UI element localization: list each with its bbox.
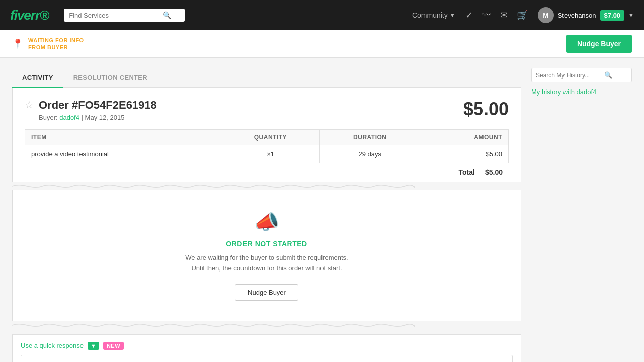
history-search-icon: 🔍	[604, 71, 612, 79]
search-box[interactable]: 🔍	[64, 9, 185, 22]
order-title-row: ☆ Order #FO54F2E61918 Buyer: dadof4 | Ma…	[25, 99, 157, 121]
wavy-divider-top	[12, 182, 521, 190]
community-dropdown-arrow: ▼	[450, 12, 455, 18]
avatar: M	[538, 7, 554, 23]
item-name: provide a video testimonial	[25, 145, 221, 163]
megaphone-icon: 📣	[25, 210, 509, 234]
message-input[interactable]	[21, 355, 513, 362]
quick-response-dropdown[interactable]: ▼	[88, 342, 99, 350]
status-desc-line1: We are waiting for the buyer to submit t…	[185, 254, 348, 261]
order-info: Order #FO54F2E61918 Buyer: dadof4 | May …	[39, 99, 157, 121]
logo-text: fiverr	[10, 8, 40, 23]
status-left: 📍 WAITING FOR INFO FROM BUYER	[12, 37, 84, 51]
navbar-icons: ✓ 〰 ✉ 🛒	[465, 10, 528, 21]
col-duration: DURATION	[320, 130, 420, 145]
order-buyer: Buyer: dadof4 | May 12, 2015	[39, 114, 157, 121]
col-item: ITEM	[25, 130, 221, 145]
nudge-buyer-button-center[interactable]: Nudge Buyer	[235, 284, 298, 301]
item-quantity: ×1	[221, 145, 320, 163]
wavy-divider-bottom	[12, 321, 521, 329]
quick-response-area: Use a quick response ▼ NEW	[12, 334, 521, 362]
col-amount: AMOUNT	[420, 130, 509, 145]
buyer-label: Buyer:	[39, 114, 58, 121]
status-panel: 📣 ORDER NOT STARTED We are waiting for t…	[12, 190, 521, 321]
search-icon: 🔍	[163, 11, 171, 19]
status-bar: 📍 WAITING FOR INFO FROM BUYER Nudge Buye…	[0, 30, 644, 58]
location-icon: 📍	[12, 38, 23, 49]
total-value: $5.00	[485, 168, 503, 176]
left-panel: ACTIVITY RESOLUTION CENTER ☆ Order #FO54…	[12, 68, 521, 362]
analytics-icon[interactable]: 〰	[482, 10, 491, 21]
order-card: ☆ Order #FO54F2E61918 Buyer: dadof4 | Ma…	[12, 88, 521, 182]
cart-icon[interactable]: 🛒	[517, 10, 528, 21]
status-desc-line2: Until then, the countdown for this order…	[191, 264, 342, 272]
username: Stevehanson	[558, 12, 596, 19]
community-menu[interactable]: Community ▼	[412, 11, 455, 19]
new-badge: NEW	[103, 342, 124, 350]
col-quantity: QUANTITY	[221, 130, 320, 145]
mail-icon[interactable]: ✉	[500, 10, 508, 21]
status-description: We are waiting for the buyer to submit t…	[25, 253, 509, 274]
quick-response-label[interactable]: Use a quick response	[21, 342, 84, 349]
tabs: ACTIVITY RESOLUTION CENTER	[12, 68, 521, 88]
item-duration: 29 days	[320, 145, 420, 163]
fiverr-logo[interactable]: fiverr®	[10, 8, 49, 23]
quick-response-header: Use a quick response ▼ NEW	[21, 342, 513, 350]
logo-dot: ®	[40, 8, 49, 23]
balance-badge: $7.00	[600, 10, 625, 21]
history-search-input[interactable]	[536, 72, 601, 79]
star-icon[interactable]: ☆	[25, 99, 34, 111]
order-number: Order #FO54F2E61918	[39, 99, 157, 112]
search-input[interactable]	[69, 12, 159, 19]
order-date: May 12, 2015	[85, 114, 125, 121]
order-header: ☆ Order #FO54F2E61918 Buyer: dadof4 | Ma…	[25, 99, 509, 121]
checkmark-icon[interactable]: ✓	[465, 10, 473, 21]
tab-activity[interactable]: ACTIVITY	[12, 68, 63, 88]
buyer-separator: |	[82, 114, 85, 121]
order-table: ITEM QUANTITY DURATION AMOUNT provide a …	[25, 129, 509, 163]
nudge-buyer-button-top[interactable]: Nudge Buyer	[566, 35, 632, 53]
navbar: fiverr® 🔍 Community ▼ ✓ 〰 ✉ 🛒 M Stevehan…	[0, 0, 644, 30]
user-dropdown-arrow: ▼	[628, 12, 634, 18]
right-panel: 🔍 My history with dadof4	[531, 68, 632, 362]
waiting-line2: FROM BUYER	[28, 44, 84, 51]
total-row: Total $5.00	[25, 163, 509, 182]
main-content: ACTIVITY RESOLUTION CENTER ☆ Order #FO54…	[0, 58, 644, 362]
status-text: WAITING FOR INFO FROM BUYER	[28, 37, 84, 51]
buyer-link[interactable]: dadof4	[59, 114, 79, 121]
table-row: provide a video testimonial ×1 29 days $…	[25, 145, 509, 163]
avatar-initial: M	[543, 12, 548, 19]
user-menu[interactable]: M Stevehanson $7.00 ▼	[538, 7, 634, 23]
total-label: Total	[459, 168, 475, 176]
community-label: Community	[412, 11, 448, 19]
history-search-box[interactable]: 🔍	[531, 68, 632, 82]
item-amount: $5.00	[420, 145, 509, 163]
tab-resolution-center[interactable]: RESOLUTION CENTER	[63, 68, 157, 88]
history-link[interactable]: My history with dadof4	[531, 88, 596, 96]
waiting-line1: WAITING FOR INFO	[28, 37, 84, 44]
order-price: $5.00	[463, 99, 509, 120]
order-not-started-label: ORDER NOT STARTED	[25, 240, 509, 248]
